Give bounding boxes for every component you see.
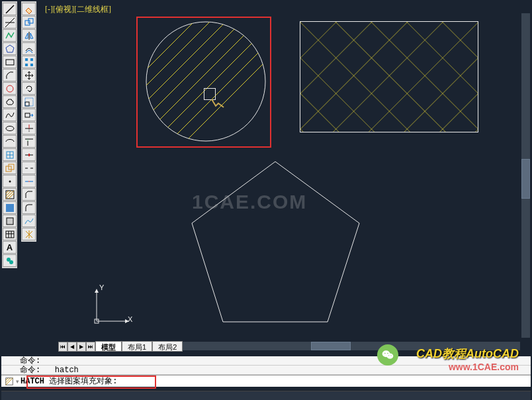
break-at-point-tool[interactable]	[22, 148, 36, 161]
svg-line-57	[139, 19, 240, 146]
revision-cloud-tool[interactable]	[3, 95, 17, 108]
hatch-tool[interactable]	[3, 188, 17, 201]
svg-line-15	[6, 191, 11, 196]
tab-layout1[interactable]: 布局1	[122, 341, 152, 352]
svg-line-14	[6, 191, 9, 193]
join-tool[interactable]	[22, 175, 36, 187]
svg-point-76	[387, 353, 388, 354]
svg-point-25	[9, 260, 13, 264]
ucs-icon: Y X	[91, 286, 131, 326]
svg-line-53	[144, 19, 270, 146]
svg-point-5	[7, 85, 13, 92]
polyline-tool[interactable]	[3, 29, 17, 42]
svg-rect-29	[25, 58, 28, 61]
horizontal-scrollbar-thumb[interactable]	[311, 342, 351, 350]
add-selected-tool[interactable]	[3, 254, 17, 267]
pentagon-shape[interactable]	[191, 159, 365, 324]
ellipse-arc-tool[interactable]	[3, 135, 17, 148]
erase-tool[interactable]	[22, 3, 36, 15]
command-history-line-1: 命令:	[1, 356, 531, 366]
svg-line-17	[9, 193, 14, 199]
svg-rect-30	[30, 58, 33, 61]
tab-next-button[interactable]: ▶	[77, 342, 86, 352]
horizontal-scrollbar[interactable]	[172, 342, 520, 350]
move-tool[interactable]	[22, 69, 36, 81]
line-tool[interactable]	[3, 3, 17, 15]
svg-point-12	[9, 180, 11, 182]
svg-point-50	[146, 22, 265, 141]
ucs-x-label: X	[128, 315, 132, 323]
explode-tool[interactable]	[22, 228, 36, 240]
svg-rect-4	[6, 60, 14, 65]
cursor-pointer-icon	[209, 98, 229, 111]
svg-line-51	[139, 19, 270, 146]
svg-marker-67	[95, 289, 99, 293]
gradient-tool[interactable]	[3, 201, 17, 214]
svg-rect-44	[28, 154, 30, 156]
svg-line-70	[6, 377, 9, 380]
point-tool[interactable]	[3, 175, 17, 187]
svg-rect-20	[6, 231, 14, 238]
scale-tool[interactable]	[22, 95, 36, 108]
extend-tool[interactable]	[22, 135, 36, 148]
tab-layout2[interactable]: 布局2	[152, 341, 183, 352]
spline-tool[interactable]	[3, 109, 17, 121]
svg-rect-62	[300, 22, 478, 132]
arc-tool[interactable]	[3, 69, 17, 81]
trim-tool[interactable]	[22, 122, 36, 134]
status-bar	[1, 391, 531, 400]
svg-point-6	[6, 126, 14, 130]
cmd-prompt-text: 选择图案填充对象:	[44, 377, 117, 386]
insert-block-tool[interactable]	[3, 148, 17, 161]
break-tool[interactable]	[22, 162, 36, 174]
command-icon[interactable]	[3, 376, 16, 386]
svg-point-75	[384, 353, 386, 354]
mirror-tool[interactable]	[22, 29, 36, 42]
construction-line-tool[interactable]	[3, 16, 17, 28]
stretch-tool[interactable]	[22, 109, 36, 121]
blend-tool[interactable]	[22, 215, 36, 227]
table-tool[interactable]	[3, 228, 17, 240]
svg-line-0	[6, 5, 14, 13]
svg-marker-3	[6, 45, 14, 52]
tab-first-button[interactable]: ⏮	[58, 342, 67, 352]
cmd-value: hatch	[55, 366, 79, 375]
draw-toolbar: A	[2, 1, 17, 268]
crosshatch-rectangle[interactable]	[300, 21, 478, 132]
mtext-tool[interactable]: A	[3, 241, 17, 254]
viewport-label[interactable]: [-][俯视][二维线框]	[45, 4, 111, 15]
fillet-tool[interactable]	[22, 201, 36, 214]
svg-rect-18	[6, 204, 14, 212]
command-window: 命令: 命令: hatch ▾ HATCH 选择图案填充对象:	[1, 356, 531, 387]
modify-toolbar	[21, 1, 36, 242]
vertical-scrollbar-thumb[interactable]	[521, 159, 530, 199]
command-prompt: HATCH 选择图案填充对象:	[19, 375, 118, 387]
command-input-row[interactable]: ▾ HATCH 选择图案填充对象:	[1, 375, 531, 387]
offset-tool[interactable]	[22, 42, 36, 55]
region-tool[interactable]	[3, 215, 17, 227]
copy-tool[interactable]	[22, 16, 36, 28]
chamfer-tool[interactable]	[22, 188, 36, 201]
array-tool[interactable]	[22, 56, 36, 68]
svg-rect-32	[30, 64, 33, 66]
tab-last-button[interactable]: ⏭	[86, 342, 95, 352]
svg-marker-63	[192, 162, 359, 322]
command-history-line-2: 命令: hatch	[1, 366, 531, 375]
rectangle-tool[interactable]	[3, 56, 17, 68]
make-block-tool[interactable]	[3, 162, 17, 174]
rotate-tool[interactable]	[22, 82, 36, 95]
svg-rect-35	[25, 113, 30, 117]
drawing-canvas[interactable]: Y X	[40, 0, 532, 338]
cmd-label: 命令:	[20, 366, 40, 375]
svg-line-55	[176, 19, 270, 146]
circle-tool[interactable]	[3, 82, 17, 95]
tab-model[interactable]: 模型	[95, 341, 122, 352]
cmd-name: HATCH	[21, 377, 44, 386]
hatched-circle[interactable]	[139, 19, 270, 146]
vertical-scrollbar[interactable]	[521, 13, 530, 338]
ucs-y-label: Y	[99, 283, 104, 291]
polygon-tool[interactable]	[3, 42, 17, 55]
layout-tabs: ⏮ ◀ ▶ ⏭ 模型 布局1 布局2	[58, 340, 183, 352]
ellipse-tool[interactable]	[3, 122, 17, 134]
tab-prev-button[interactable]: ◀	[67, 342, 77, 352]
